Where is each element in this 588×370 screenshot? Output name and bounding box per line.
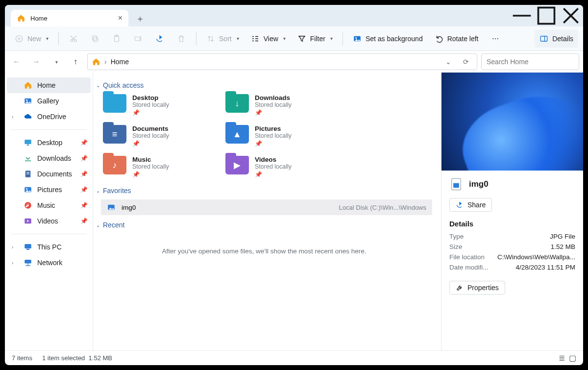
tab-close-icon[interactable]: ×: [118, 14, 122, 23]
sidebar-item-network[interactable]: ›Network: [5, 255, 93, 271]
sidebar-item-label: Network: [37, 259, 62, 267]
rotate-left-button[interactable]: Rotate left: [430, 30, 484, 48]
up-button[interactable]: ↑: [68, 54, 83, 70]
details-pane-icon: [539, 34, 548, 43]
quick-access-desktop[interactable]: DesktopStored locally📌: [103, 94, 216, 116]
back-button[interactable]: ←: [9, 54, 24, 70]
sidebar-item-pictures[interactable]: Pictures📌: [5, 182, 93, 197]
quick-access-music[interactable]: ♪MusicStored locally📌: [103, 156, 216, 178]
view-icon: [251, 34, 260, 43]
tab-home[interactable]: Home ×: [11, 10, 128, 26]
item-name: Pictures: [255, 125, 292, 132]
explorer-window: Home × ＋ New ▾ Sort▾ View▾ Filter▾ Set a…: [5, 5, 583, 365]
sidebar-item-music[interactable]: Music📌: [5, 197, 93, 213]
item-name: Music: [132, 156, 169, 163]
breadcrumb-current[interactable]: Home: [111, 58, 129, 66]
new-icon: [15, 34, 24, 43]
item-subtitle: Stored locally: [255, 101, 292, 108]
sidebar-item-videos[interactable]: Videos📌: [5, 213, 93, 229]
item-subtitle: Stored locally: [132, 163, 169, 170]
toolbar: New ▾ Sort▾ View▾ Filter▾ Set as backgro…: [5, 26, 583, 51]
breadcrumb-sep: ›: [104, 58, 107, 66]
cut-icon: [69, 34, 78, 43]
sidebar-item-onedrive[interactable]: ›OneDrive: [5, 109, 93, 124]
pin-icon: 📌: [132, 140, 169, 147]
svg-rect-24: [24, 244, 31, 248]
search-box[interactable]: [481, 53, 579, 70]
quick-access-downloads[interactable]: ↓DownloadsStored locally📌: [225, 94, 338, 116]
item-subtitle: Stored locally: [132, 132, 169, 139]
home-icon: [17, 14, 25, 23]
svg-rect-4: [94, 37, 98, 42]
window-maximize-button[interactable]: [534, 5, 559, 26]
set-background-button[interactable]: Set as background: [348, 30, 428, 48]
section-recent[interactable]: ⌄ Recent: [96, 221, 432, 229]
sidebar-item-desktop[interactable]: Desktop📌: [5, 135, 93, 150]
address-bar[interactable]: › Home ⌄ ⟳: [87, 53, 477, 70]
search-input[interactable]: [487, 58, 572, 66]
title-bar: Home × ＋: [5, 5, 583, 26]
chevron-icon: ›: [12, 260, 19, 266]
window-minimize-button[interactable]: [510, 5, 534, 26]
copy-button[interactable]: [85, 30, 105, 48]
sidebar-item-label: Pictures: [37, 186, 62, 194]
status-selection: 1 item selected: [42, 354, 85, 362]
image-file-icon: [107, 203, 116, 212]
address-dropdown[interactable]: ⌄: [441, 58, 455, 66]
wrench-icon: [456, 284, 464, 292]
cut-button[interactable]: [64, 30, 83, 48]
preview-image: [441, 73, 583, 171]
tab-title: Home: [30, 15, 48, 22]
quick-access-documents[interactable]: ≡DocumentsStored locally📌: [103, 125, 216, 147]
delete-button[interactable]: [172, 30, 191, 48]
svg-rect-19: [26, 173, 29, 174]
sidebar-item-downloads[interactable]: Downloads📌: [5, 150, 93, 166]
sidebar-item-home[interactable]: Home: [7, 77, 91, 93]
filter-button[interactable]: Filter▾: [293, 30, 338, 48]
details-row: TypeJPG File: [449, 233, 575, 240]
details-toggle-button[interactable]: Details: [535, 30, 578, 48]
item-name: Documents: [132, 125, 169, 132]
quick-access-videos[interactable]: ▶VideosStored locally📌: [225, 156, 338, 178]
sidebar-item-this-pc[interactable]: ›This PC: [5, 239, 93, 255]
new-button[interactable]: New ▾: [10, 30, 53, 48]
share-button[interactable]: [150, 30, 170, 48]
svg-rect-8: [135, 37, 140, 41]
sidebar-item-label: This PC: [37, 243, 62, 251]
status-item-count: 7 items: [12, 354, 32, 362]
pictures-icon: [24, 185, 32, 194]
folder-icon: [103, 94, 126, 113]
item-name: Downloads: [255, 94, 292, 101]
history-dropdown[interactable]: ▾: [48, 54, 64, 70]
view-list-button[interactable]: ≣: [559, 353, 565, 363]
forward-button[interactable]: →: [28, 54, 44, 70]
refresh-button[interactable]: ⟳: [459, 58, 473, 66]
view-button[interactable]: View▾: [246, 30, 291, 48]
pin-icon: 📌: [80, 155, 88, 162]
details-row: Date modifi...4/28/2023 11:51 PM: [449, 264, 575, 271]
paste-button[interactable]: [107, 30, 126, 48]
window-close-button[interactable]: [559, 5, 583, 26]
chevron-icon: ›: [12, 114, 19, 120]
new-tab-button[interactable]: ＋: [132, 11, 148, 26]
quick-access-pictures[interactable]: ▲PicturesStored locally📌: [225, 125, 338, 147]
content-area: ⌄ Quick access DesktopStored locally📌↓Do…: [93, 73, 441, 350]
sidebar-item-gallery[interactable]: Gallery: [5, 93, 93, 109]
sort-button[interactable]: Sort▾: [201, 30, 244, 48]
sidebar-item-label: Home: [37, 81, 55, 89]
share-button[interactable]: Share: [449, 198, 492, 212]
delete-icon: [177, 34, 186, 43]
rename-button[interactable]: [128, 30, 148, 48]
item-subtitle: Stored locally: [132, 101, 169, 108]
music-icon: [24, 201, 32, 210]
section-quick-access[interactable]: ⌄ Quick access: [96, 81, 432, 89]
sidebar-item-documents[interactable]: Documents📌: [5, 166, 93, 182]
properties-button[interactable]: Properties: [449, 281, 505, 295]
home-icon: [24, 81, 32, 90]
view-tiles-button[interactable]: ▢: [569, 353, 576, 363]
favorite-item[interactable]: img0Local Disk (C:)\Win...\Windows: [101, 199, 432, 215]
more-button[interactable]: ⋯: [486, 30, 505, 48]
section-favorites[interactable]: ⌄ Favorites: [96, 187, 432, 195]
more-icon: ⋯: [491, 34, 500, 43]
svg-point-21: [26, 188, 27, 190]
